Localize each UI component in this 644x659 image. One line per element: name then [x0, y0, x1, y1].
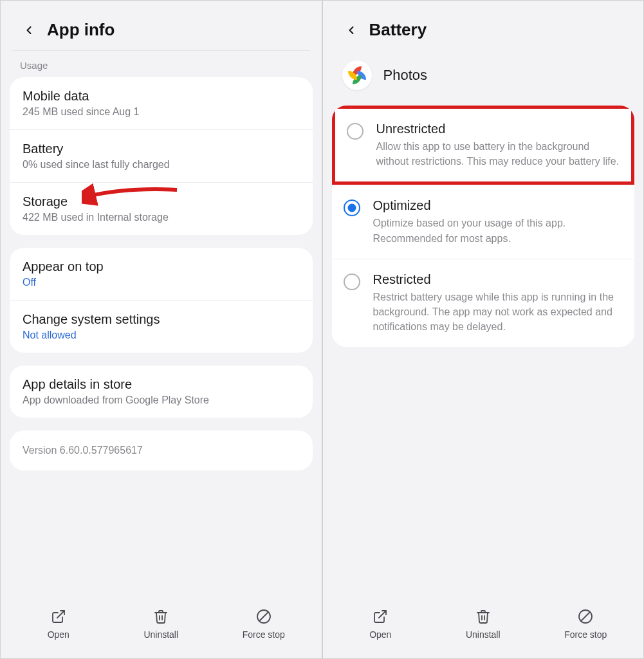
row-title: Storage	[23, 194, 300, 209]
usage-card: Mobile data 245 MB used since Aug 1 Batt…	[10, 77, 313, 235]
force-stop-button[interactable]: Force stop	[212, 608, 315, 640]
svg-line-5	[581, 612, 590, 621]
row-mobile-data[interactable]: Mobile data 245 MB used since Aug 1	[10, 77, 313, 129]
svg-line-3	[379, 611, 386, 618]
row-title: App details in store	[23, 377, 300, 392]
row-sub: 245 MB used since Aug 1	[23, 106, 300, 118]
option-desc: Restrict battery usage while this app is…	[373, 290, 623, 335]
option-desc: Optimize based on your usage of this app…	[373, 216, 623, 245]
svg-line-2	[259, 612, 268, 621]
photos-app-icon	[342, 60, 372, 90]
battery-options-card: Unrestricted Allow this app to use batte…	[332, 106, 635, 347]
open-icon	[371, 608, 389, 626]
app-info-pane: App info Usage Mobile data 245 MB used s…	[0, 0, 322, 659]
stop-icon	[576, 608, 594, 626]
force-stop-button[interactable]: Force stop	[535, 608, 638, 640]
row-title: Appear on top	[23, 259, 300, 274]
app-name: Photos	[383, 67, 428, 84]
bottom-bar: Open Uninstall Force stop	[323, 594, 644, 658]
option-title: Restricted	[373, 272, 623, 287]
open-button[interactable]: Open	[329, 608, 432, 640]
row-app-details[interactable]: App details in store App downloaded from…	[10, 366, 313, 418]
force-stop-label: Force stop	[243, 629, 285, 640]
option-title: Unrestricted	[376, 122, 620, 136]
row-sub: Not allowed	[23, 330, 300, 341]
app-header: Photos	[323, 50, 644, 106]
page-title: Battery	[369, 20, 427, 40]
row-change-system-settings[interactable]: Change system settings Not allowed	[10, 300, 313, 353]
option-restricted[interactable]: Restricted Restrict battery usage while …	[332, 259, 635, 348]
permissions-card: Appear on top Off Change system settings…	[10, 248, 313, 353]
open-label: Open	[48, 629, 69, 640]
radio-icon[interactable]	[344, 274, 360, 290]
page-title: App info	[47, 20, 115, 40]
row-title: Change system settings	[23, 312, 300, 327]
option-desc: Allow this app to use battery in the bac…	[376, 139, 620, 169]
open-button[interactable]: Open	[7, 608, 110, 640]
row-sub: 422 MB used in Internal storage	[23, 212, 300, 223]
open-label: Open	[369, 629, 391, 640]
version-text: Version 6.60.0.577965617	[10, 431, 313, 470]
divider	[12, 50, 310, 51]
trash-icon	[152, 608, 170, 626]
row-battery[interactable]: Battery 0% used since last fully charged	[10, 129, 313, 182]
stop-icon	[255, 608, 273, 626]
option-optimized[interactable]: Optimized Optimize based on your usage o…	[332, 185, 635, 258]
row-sub: Off	[23, 277, 300, 288]
back-icon[interactable]	[20, 21, 38, 39]
row-title: Battery	[23, 142, 300, 156]
uninstall-label: Uninstall	[466, 629, 501, 640]
row-title: Mobile data	[23, 89, 300, 104]
details-card: App details in store App downloaded from…	[10, 366, 313, 418]
radio-icon[interactable]	[344, 200, 360, 216]
svg-line-0	[57, 611, 64, 618]
back-icon[interactable]	[342, 21, 360, 39]
force-stop-label: Force stop	[564, 629, 607, 640]
row-sub: App downloaded from Google Play Store	[23, 394, 300, 406]
row-storage[interactable]: Storage 422 MB used in Internal storage	[10, 182, 313, 235]
open-icon	[50, 608, 68, 626]
row-appear-on-top[interactable]: Appear on top Off	[10, 248, 313, 300]
uninstall-label: Uninstall	[143, 629, 178, 640]
option-unrestricted[interactable]: Unrestricted Allow this app to use batte…	[332, 106, 635, 185]
trash-icon	[474, 608, 492, 626]
battery-pane: Battery Photos Unrestricted Allow this a…	[322, 0, 645, 659]
header: Battery	[323, 1, 644, 50]
radio-icon[interactable]	[347, 123, 363, 140]
uninstall-button[interactable]: Uninstall	[432, 608, 535, 640]
section-label-usage: Usage	[1, 60, 322, 77]
row-sub: 0% used since last fully charged	[23, 159, 300, 171]
option-title: Optimized	[373, 198, 623, 213]
header: App info	[1, 1, 322, 50]
uninstall-button[interactable]: Uninstall	[110, 608, 213, 640]
bottom-bar: Open Uninstall Force stop	[1, 594, 322, 658]
